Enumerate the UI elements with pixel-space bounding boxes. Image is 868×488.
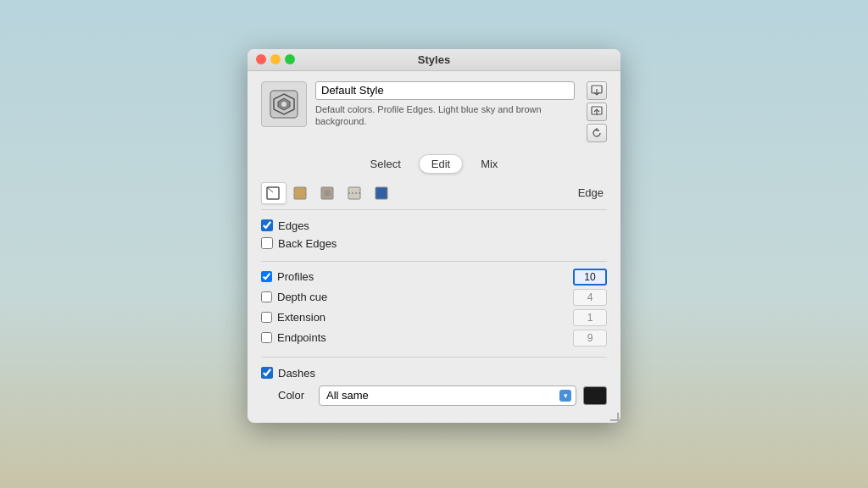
tab-row: Select Edit Mix	[261, 154, 607, 174]
endpoints-label: Endpoints	[277, 331, 568, 344]
endpoints-checkbox[interactable]	[261, 332, 272, 343]
resize-handle[interactable]	[609, 411, 620, 423]
dashes-label: Dashes	[278, 367, 315, 380]
subtab-icons	[261, 182, 395, 204]
subtab-icon-1[interactable]	[288, 182, 314, 204]
profiles-checkbox[interactable]	[261, 271, 272, 282]
extension-label: Extension	[277, 311, 568, 324]
divider-2	[261, 357, 607, 358]
subtab-icon-4[interactable]	[370, 182, 395, 204]
styles-window: Styles Default colors. Profile Edges. Li…	[248, 49, 620, 423]
style-preview-area: Default colors. Profile Edges. Light blu…	[261, 81, 607, 142]
dashes-section: Dashes Color All same By material Custom…	[261, 364, 607, 409]
tab-edit[interactable]: Edit	[419, 154, 463, 174]
style-description: Default colors. Profile Edges. Light blu…	[315, 103, 575, 128]
profiles-label: Profiles	[277, 270, 568, 283]
color-label: Color	[278, 389, 312, 402]
style-icon	[261, 81, 307, 127]
maximize-button[interactable]	[285, 54, 295, 64]
dashes-row: Dashes	[261, 364, 607, 382]
subtab-icon-0[interactable]	[261, 182, 287, 204]
extension-row: Extension	[261, 308, 607, 328]
window-title: Styles	[418, 53, 450, 66]
subtab-icon-2[interactable]	[315, 182, 341, 204]
svg-rect-11	[294, 187, 306, 199]
subtab-icon-3[interactable]	[342, 182, 368, 204]
import-button[interactable]	[587, 81, 607, 100]
color-select-wrap: All same By material Custom ▾	[319, 385, 576, 406]
edges-label: Edges	[278, 219, 309, 232]
tab-mix[interactable]: Mix	[468, 154, 510, 174]
profiles-section: Profiles Depth cue Extension Endpoints	[261, 267, 607, 348]
back-edges-label: Back Edges	[278, 237, 337, 250]
profiles-value-input[interactable]	[573, 269, 607, 286]
color-swatch[interactable]	[583, 386, 607, 405]
svg-point-13	[324, 190, 331, 197]
svg-rect-16	[376, 187, 387, 199]
depth-cue-row: Depth cue	[261, 287, 607, 308]
side-buttons	[587, 81, 607, 142]
subtab-section-label: Edge	[578, 186, 607, 199]
style-name-input[interactable]	[315, 81, 575, 100]
refresh-button[interactable]	[587, 124, 607, 142]
svg-line-9	[267, 187, 273, 192]
edges-section: Edges Back Edges	[261, 217, 607, 252]
tab-select[interactable]: Select	[358, 154, 414, 174]
color-select[interactable]: All same By material Custom	[319, 385, 576, 406]
subtab-row: Edge	[261, 182, 607, 210]
endpoints-value-input[interactable]	[573, 330, 607, 347]
style-info: Default colors. Profile Edges. Light blu…	[315, 81, 575, 128]
extension-checkbox[interactable]	[261, 312, 272, 323]
extension-value-input[interactable]	[573, 309, 607, 326]
endpoints-row: Endpoints	[261, 328, 607, 348]
divider-1	[261, 261, 607, 262]
edges-row: Edges	[261, 217, 607, 235]
window-controls	[256, 54, 295, 64]
edges-checkbox[interactable]	[261, 219, 273, 231]
back-edges-row: Back Edges	[261, 235, 607, 252]
back-edges-checkbox[interactable]	[261, 237, 273, 249]
profiles-row: Profiles	[261, 267, 607, 287]
color-row: Color All same By material Custom ▾	[261, 382, 607, 409]
svg-point-3	[281, 102, 287, 107]
title-bar: Styles	[248, 49, 620, 71]
depth-cue-value-input[interactable]	[573, 289, 607, 306]
minimize-button[interactable]	[270, 54, 281, 64]
svg-rect-14	[348, 187, 360, 199]
depth-cue-checkbox[interactable]	[261, 291, 272, 302]
close-button[interactable]	[256, 54, 266, 64]
export-button[interactable]	[587, 103, 607, 121]
dashes-checkbox[interactable]	[261, 367, 273, 379]
panel-content: Default colors. Profile Edges. Light blu…	[248, 71, 620, 423]
depth-cue-label: Depth cue	[277, 291, 568, 303]
